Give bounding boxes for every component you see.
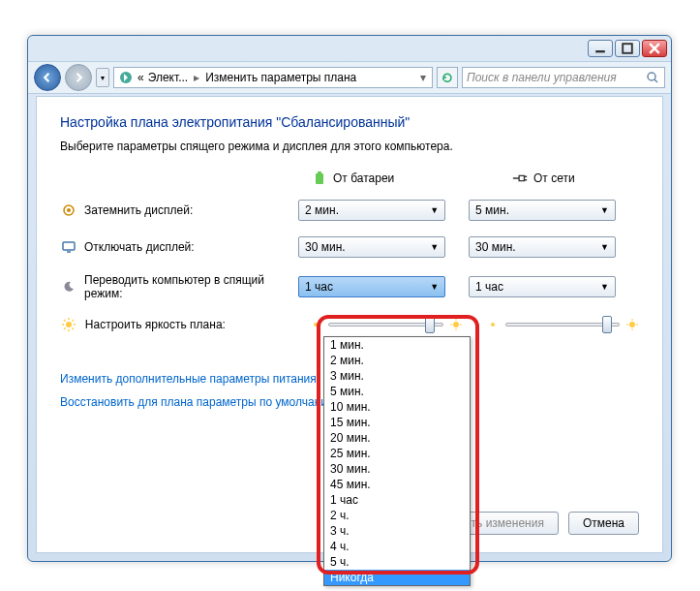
display-label: Отключать дисплей:	[84, 240, 298, 254]
titlebar	[28, 36, 671, 61]
sun-dim-icon	[486, 318, 500, 331]
row-dim: Затемнить дисплей: 2 мин.▼ 5 мин.▼	[60, 200, 639, 221]
sleep-ac-dropdown[interactable]: 1 час▼	[469, 276, 616, 297]
brightness-battery-slider[interactable]	[328, 323, 442, 327]
chevron-down-icon: ▼	[600, 205, 609, 215]
minimize-button[interactable]	[588, 40, 613, 57]
svg-point-13	[66, 322, 72, 327]
page-subtitle: Выберите параметры спящего режима и дисп…	[60, 140, 639, 153]
display-ac-dropdown[interactable]: 30 мин.▼	[469, 236, 616, 258]
col-battery-label: От батареи	[333, 171, 394, 185]
dropdown-option[interactable]: 1 час	[324, 492, 470, 508]
refresh-button[interactable]	[437, 67, 458, 88]
svg-line-20	[64, 328, 66, 330]
navbar: ▾ « Элект... ▸ Изменить параметры плана …	[28, 61, 671, 94]
search-icon	[645, 70, 660, 85]
svg-point-23	[453, 322, 459, 327]
col-ac-label: От сети	[533, 171, 575, 185]
svg-rect-7	[316, 173, 323, 184]
slider-thumb[interactable]	[425, 316, 435, 333]
search-input[interactable]: Поиск в панели управления	[462, 67, 665, 88]
sleep-dropdown-list[interactable]: 1 мин.2 мин.3 мин.5 мин.10 мин.15 мин.20…	[323, 336, 471, 586]
display-battery-dropdown[interactable]: 30 мин.▼	[298, 236, 445, 258]
dim-label: Затемнить дисплей:	[84, 203, 298, 217]
dropdown-option[interactable]: 2 мин.	[324, 353, 470, 368]
dropdown-option[interactable]: 45 мин.	[324, 477, 470, 492]
slider-thumb[interactable]	[602, 316, 612, 333]
power-plan-icon	[118, 70, 134, 85]
dropdown-option[interactable]: 15 мин.	[324, 415, 470, 430]
brightness-ac-slider[interactable]	[505, 323, 620, 327]
cancel-button[interactable]: Отмена	[568, 512, 639, 535]
sleep-label: Переводить компьютер в спящий режим:	[84, 273, 298, 300]
svg-rect-8	[318, 171, 321, 173]
search-placeholder: Поиск в панели управления	[467, 71, 645, 84]
chevron-down-icon: ▼	[430, 282, 439, 292]
maximize-button[interactable]	[615, 40, 640, 57]
battery-icon	[312, 171, 327, 186]
svg-point-22	[314, 323, 318, 327]
dropdown-option[interactable]: 10 мин.	[324, 399, 470, 415]
dropdown-option[interactable]: 1 мин.	[324, 337, 470, 353]
sleep-battery-dropdown[interactable]: 1 час▼	[298, 276, 445, 297]
chevron-down-icon: ▼	[600, 282, 609, 292]
page-title: Настройка плана электропитания "Сбаланси…	[60, 114, 639, 130]
brightness-icon	[62, 318, 76, 331]
svg-point-10	[67, 208, 71, 212]
svg-line-21	[72, 320, 74, 322]
svg-point-29	[629, 322, 635, 327]
dropdown-option[interactable]: 30 мин.	[324, 461, 470, 477]
sun-bright-icon	[449, 318, 463, 331]
svg-point-5	[648, 73, 655, 80]
crumb-prev: «	[137, 71, 144, 84]
sun-dim-icon	[309, 318, 322, 331]
crumb-parent[interactable]: Элект...	[148, 71, 188, 84]
dropdown-option[interactable]: 5 ч.	[324, 554, 470, 570]
plug-icon	[512, 171, 528, 186]
crumb-current[interactable]: Изменить параметры плана	[205, 71, 356, 84]
row-display: Отключать дисплей: 30 мин.▼ 30 мин.▼	[60, 236, 639, 258]
chevron-down-icon: ▼	[430, 205, 439, 215]
svg-rect-1	[623, 44, 632, 53]
sleep-icon	[62, 280, 76, 294]
chevron-down-icon: ▼	[430, 242, 439, 252]
forward-button[interactable]	[65, 64, 92, 91]
svg-point-28	[491, 323, 495, 327]
address-bar[interactable]: « Элект... ▸ Изменить параметры плана ▾	[113, 67, 433, 88]
dim-ac-dropdown[interactable]: 5 мин.▼	[469, 200, 616, 221]
close-button[interactable]	[642, 40, 667, 57]
nav-history-dropdown[interactable]: ▾	[96, 68, 109, 87]
row-brightness: Настроить яркость плана:	[60, 316, 639, 333]
row-sleep: Переводить компьютер в спящий режим: 1 ч…	[60, 273, 639, 300]
svg-line-18	[64, 320, 66, 322]
dropdown-option[interactable]: Никогда	[324, 570, 470, 585]
dim-icon	[62, 203, 76, 217]
back-button[interactable]	[34, 64, 61, 91]
chevron-right-icon: ▸	[194, 71, 199, 84]
sun-bright-icon	[625, 318, 639, 331]
svg-line-19	[72, 328, 74, 330]
dim-battery-dropdown[interactable]: 2 мин.▼	[298, 200, 445, 221]
dropdown-option[interactable]: 4 ч.	[324, 539, 470, 554]
column-headers: От батареи От сети	[312, 171, 639, 186]
display-icon	[62, 240, 76, 254]
dropdown-option[interactable]: 3 мин.	[324, 368, 470, 384]
brightness-label: Настроить яркость плана:	[85, 318, 310, 331]
address-dropdown-icon[interactable]: ▾	[420, 71, 426, 84]
dropdown-option[interactable]: 2 ч.	[324, 508, 470, 523]
chevron-down-icon: ▼	[600, 242, 609, 252]
window: ▾ « Элект... ▸ Изменить параметры плана …	[27, 35, 672, 562]
svg-line-6	[654, 79, 657, 82]
dropdown-option[interactable]: 25 мин.	[324, 446, 470, 461]
svg-rect-11	[63, 242, 75, 250]
dropdown-option[interactable]: 5 мин.	[324, 384, 470, 399]
dropdown-option[interactable]: 3 ч.	[324, 523, 470, 539]
dropdown-option[interactable]: 20 мин.	[324, 430, 470, 446]
